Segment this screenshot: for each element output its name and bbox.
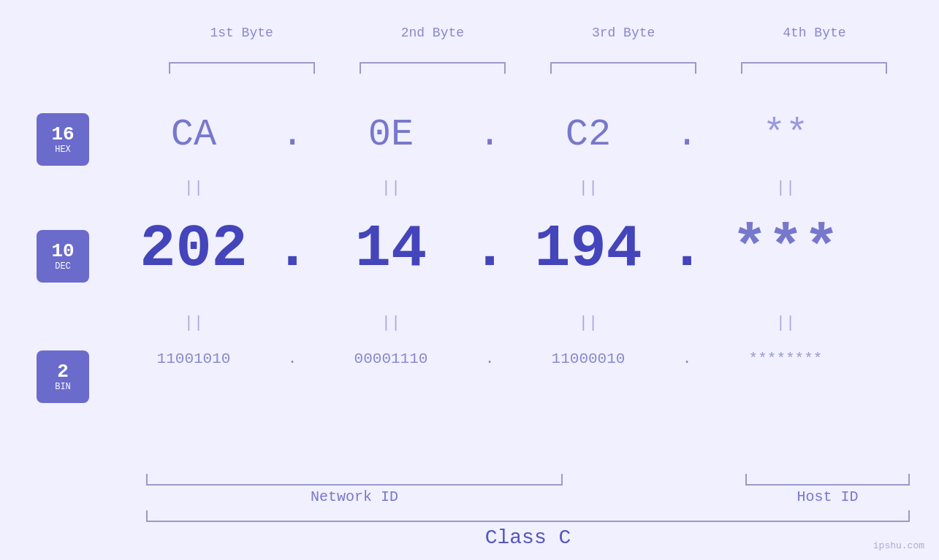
dec-byte-1: 202: [110, 215, 278, 283]
watermark: ipshu.com: [873, 540, 924, 551]
bin-row: 11001010 . 00001110 . 11000010 . *******…: [110, 350, 924, 367]
eq-2-b3: ||: [504, 314, 672, 332]
badge-bin-number: 2: [57, 361, 69, 383]
bin-dot-3: .: [672, 350, 702, 367]
bin-byte-1: 11001010: [110, 350, 278, 367]
bracket-top-4: [741, 62, 887, 74]
dec-dot-1: .: [278, 215, 307, 283]
bin-byte-3: 11000010: [504, 350, 672, 367]
dec-row: 202 . 14 . 194 . ***: [110, 215, 924, 283]
bin-byte-4: ********: [702, 350, 870, 367]
eq-1-b2: ||: [307, 179, 475, 197]
badge-hex-number: 16: [51, 124, 74, 145]
bin-dot-2: .: [475, 350, 504, 367]
host-id-label: Host ID: [745, 488, 910, 505]
eq-2-b1: ||: [110, 314, 278, 332]
eq-1-b3: ||: [504, 179, 672, 197]
hex-row: CA . 0E . C2 . **: [110, 113, 924, 156]
eq-row-1: || || || ||: [110, 179, 924, 197]
badge-dec-label: DEC: [55, 261, 71, 272]
eq-2-b2: ||: [307, 314, 475, 332]
hex-byte-2: 0E: [307, 113, 475, 156]
bracket-top-3: [550, 62, 696, 74]
bracket-top-1: [169, 62, 315, 74]
badge-bin: 2 BIN: [37, 350, 89, 403]
hex-byte-3: C2: [504, 113, 672, 156]
class-label: Class C: [146, 526, 910, 549]
badge-dec-number: 10: [51, 241, 74, 262]
bin-dot-1: .: [278, 350, 307, 367]
badge-hex: 16 HEX: [37, 113, 89, 166]
badge-bin-label: BIN: [55, 382, 71, 392]
col-header-3: 3rd Byte: [543, 26, 704, 40]
col-header-2: 2nd Byte: [352, 26, 513, 40]
badge-hex-label: HEX: [55, 145, 71, 155]
eq-2-b4: ||: [702, 314, 870, 332]
hex-byte-1: CA: [110, 113, 278, 156]
dec-byte-2: 14: [307, 215, 475, 283]
eq-row-2: || || || ||: [110, 314, 924, 332]
bracket-network-id: [146, 474, 563, 486]
hex-dot-3: .: [672, 113, 702, 156]
network-id-label: Network ID: [146, 488, 563, 505]
col-header-4: 4th Byte: [734, 26, 894, 40]
col-header-1: 1st Byte: [161, 26, 322, 40]
dec-byte-3: 194: [504, 215, 672, 283]
hex-dot-2: .: [475, 113, 504, 156]
bracket-host-id: [745, 474, 910, 486]
bracket-top-2: [360, 62, 506, 74]
hex-byte-4: **: [702, 113, 870, 156]
top-brackets: [146, 62, 910, 74]
bin-byte-2: 00001110: [307, 350, 475, 367]
eq-1-b4: ||: [702, 179, 870, 197]
badge-dec: 10 DEC: [37, 230, 89, 283]
dec-byte-4: ***: [702, 215, 870, 283]
class-section: Class C: [146, 510, 910, 549]
dec-dot-3: .: [672, 215, 702, 283]
eq-1-b1: ||: [110, 179, 278, 197]
class-bracket: [146, 510, 910, 522]
column-headers: 1st Byte 2nd Byte 3rd Byte 4th Byte: [146, 26, 910, 40]
dec-dot-2: .: [475, 215, 504, 283]
hex-dot-1: .: [278, 113, 307, 156]
